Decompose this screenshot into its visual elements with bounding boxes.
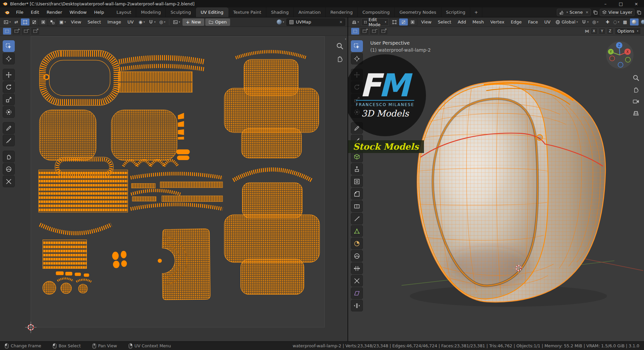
blender-menu-button[interactable] (2, 7, 12, 17)
menu-edit[interactable]: Edit (27, 7, 43, 17)
select-subtract-button[interactable]: − (370, 28, 378, 35)
scene-selector[interactable]: ▾ Scene × (557, 9, 591, 16)
camera-view-icon[interactable] (633, 98, 639, 105)
tool-measure[interactable] (351, 135, 363, 146)
gizmo-neg-x-axis[interactable] (610, 56, 615, 61)
viewport-menu-mesh[interactable]: Mesh (470, 18, 487, 26)
select-subtract-button[interactable]: − (22, 28, 30, 35)
xray-toggle-button[interactable]: ▩ (622, 18, 628, 26)
workspace-tab-scripting[interactable]: Scripting (441, 7, 471, 17)
tool-knife[interactable] (351, 213, 363, 224)
tool-move[interactable] (351, 69, 363, 81)
tool-annotate[interactable] (351, 122, 363, 134)
new-image-button[interactable]: +New (182, 18, 204, 26)
select-intersect-button[interactable]: × (31, 28, 39, 35)
workspace-tab-rendering[interactable]: Rendering (326, 7, 358, 17)
uv-map-field[interactable]: UVMap × (286, 18, 345, 26)
proportional-edit-button[interactable]: ◎▾ (158, 18, 167, 26)
material-shading-button[interactable] (639, 18, 644, 26)
close-button[interactable]: × (629, 0, 644, 7)
show-gizmo-button[interactable]: ✚ (604, 18, 611, 26)
snap-toggle-button[interactable]: ▾ (147, 18, 157, 26)
face-select-button[interactable] (408, 18, 417, 26)
tool-spin[interactable] (351, 238, 363, 249)
uv-select-island-button[interactable] (48, 18, 57, 26)
select-set-button[interactable] (351, 28, 359, 35)
tool-add-cube[interactable] (351, 151, 363, 162)
viewport-canvas[interactable]: User Perspective (1) waterproof-wall-lam… (348, 36, 644, 341)
zoom-icon[interactable] (336, 42, 343, 50)
navigation-gizmo[interactable]: Z X Y (605, 40, 635, 70)
tool-cursor[interactable] (351, 53, 363, 64)
unlink-scene-icon[interactable]: × (585, 10, 589, 14)
viewport-menu-face[interactable]: Face (525, 18, 540, 26)
gizmo-neg-y-axis[interactable] (626, 57, 631, 62)
menu-render[interactable]: Render (43, 7, 66, 17)
uv-menu-view[interactable]: View (68, 18, 84, 26)
workspace-tab-compositing[interactable]: Compositing (358, 7, 395, 17)
uv-tool-cursor[interactable] (3, 53, 15, 64)
tool-shear[interactable] (351, 287, 363, 299)
tool-scale[interactable] (351, 94, 363, 105)
workspace-tab-animation[interactable]: Animation (294, 7, 326, 17)
mirror-y-button[interactable]: Y (599, 28, 605, 35)
new-scene-icon[interactable] (593, 10, 598, 15)
viewport-menu-view[interactable]: View (418, 18, 434, 26)
uv-tool-move[interactable] (3, 69, 15, 81)
view-layer-selector[interactable]: View Layer (600, 9, 635, 16)
tool-transform[interactable] (351, 106, 363, 118)
uv-tool-rotate[interactable] (3, 81, 15, 93)
workspace-tab-modeling[interactable]: Modeling (136, 7, 166, 17)
mode-selector[interactable]: Edit Mode ▾ (361, 18, 389, 26)
viewport-menu-select[interactable]: Select (435, 18, 454, 26)
mirror-x-button[interactable]: X (591, 28, 597, 35)
uv-select-edge-button[interactable] (30, 18, 39, 26)
edge-select-button[interactable] (399, 18, 408, 26)
tool-extrude-region[interactable] (351, 163, 363, 175)
select-intersect-button[interactable]: × (379, 28, 387, 35)
uv-tool-pinch[interactable] (3, 176, 15, 187)
perspective-toggle-icon[interactable] (633, 110, 639, 116)
tool-bevel[interactable] (351, 188, 363, 200)
tool-edge-slide[interactable] (351, 262, 363, 274)
zoom-icon[interactable] (633, 74, 639, 81)
proportional-edit-button[interactable]: ◎▾ (591, 18, 600, 26)
uv-editor-type-button[interactable]: ▾ (2, 18, 12, 26)
uv-select-face-button[interactable] (39, 18, 48, 26)
minimize-button[interactable]: – (598, 0, 613, 7)
tool-loop-cut[interactable] (351, 200, 363, 212)
options-dropdown[interactable]: Options▾ (615, 28, 641, 35)
uv-tool-annotate[interactable] (3, 122, 15, 134)
select-extend-button[interactable]: + (12, 28, 20, 35)
sticky-select-button[interactable]: ▣▾ (58, 18, 67, 26)
maximize-button[interactable]: □ (613, 0, 629, 7)
workspace-tab-geometry-nodes[interactable]: Geometry Nodes (395, 7, 441, 17)
tool-poly-build[interactable] (351, 225, 363, 237)
menu-help[interactable]: Help (91, 7, 108, 17)
tool-inset-faces[interactable] (351, 176, 363, 187)
workspace-tab-uv-editing[interactable]: UV Editing (196, 7, 228, 17)
uv-menu-uv[interactable]: UV (125, 18, 136, 26)
workspace-tab-layout[interactable]: Layout (112, 7, 136, 17)
tool-shrink-fatten[interactable] (351, 275, 363, 287)
workspace-tab-shading[interactable]: Shading (266, 7, 294, 17)
pivot-point-button[interactable]: ◉▾ (137, 18, 146, 26)
add-workspace-button[interactable]: + (470, 7, 482, 17)
tool-rip-region[interactable] (351, 300, 363, 311)
uv-menu-image[interactable]: Image (105, 18, 124, 26)
uv-tool-relax[interactable] (3, 163, 15, 175)
viewport-editor-type-button[interactable]: ▾ (351, 18, 360, 26)
tool-select-box[interactable] (351, 40, 363, 52)
sidebar-toggle-icon[interactable]: ‹ (345, 36, 346, 41)
gizmo-neg-z-axis[interactable] (618, 62, 623, 67)
open-image-button[interactable]: Open (205, 18, 230, 26)
workspace-tab-texture-paint[interactable]: Texture Paint (228, 7, 266, 17)
solid-shading-button[interactable] (630, 18, 639, 26)
uv-map-clear-icon[interactable]: × (338, 20, 342, 24)
uv-tool-scale[interactable] (3, 94, 15, 105)
viewport-menu-vertex[interactable]: Vertex (488, 18, 507, 26)
pan-hand-icon[interactable] (633, 86, 639, 93)
new-view-layer-icon[interactable] (637, 10, 641, 15)
uv-menu-select[interactable]: Select (85, 18, 104, 26)
uv-tool-measure[interactable] (3, 135, 15, 146)
